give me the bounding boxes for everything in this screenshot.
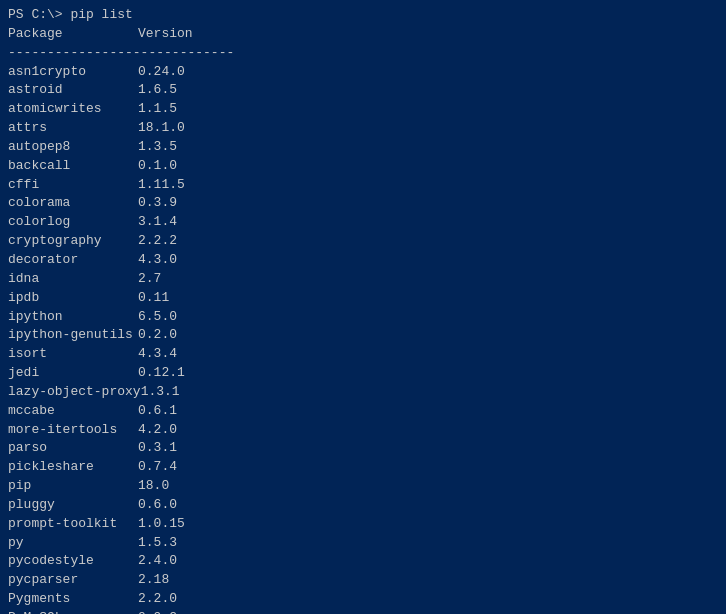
package-version: 4.2.0: [138, 421, 177, 440]
package-version: 0.9.2: [138, 609, 177, 614]
prompt-text: PS C:\> pip list: [8, 6, 133, 25]
package-name: ipython-genutils: [8, 326, 138, 345]
package-name: cffi: [8, 176, 138, 195]
package-name: pycodestyle: [8, 552, 138, 571]
package-version: 18.1.0: [138, 119, 185, 138]
package-version: 2.18: [138, 571, 169, 590]
package-row: lazy-object-proxy1.3.1: [8, 383, 718, 402]
package-version: 6.5.0: [138, 308, 177, 327]
package-row: ipython6.5.0: [8, 308, 718, 327]
package-row: pip18.0: [8, 477, 718, 496]
package-version: 2.7: [138, 270, 161, 289]
package-version: 4.3.4: [138, 345, 177, 364]
package-row: atomicwrites1.1.5: [8, 100, 718, 119]
package-row: pluggy0.6.0: [8, 496, 718, 515]
package-name: ipython: [8, 308, 138, 327]
package-name: pip: [8, 477, 138, 496]
package-version: 1.0.15: [138, 515, 185, 534]
package-row: cryptography2.2.2: [8, 232, 718, 251]
terminal: PS C:\> pip list Package Version -------…: [8, 6, 718, 614]
package-version: 3.1.4: [138, 213, 177, 232]
package-name: pycparser: [8, 571, 138, 590]
prompt-line: PS C:\> pip list: [8, 6, 718, 25]
separator-row: -----------------------------: [8, 44, 718, 63]
package-row: mccabe0.6.1: [8, 402, 718, 421]
package-row: more-itertools4.2.0: [8, 421, 718, 440]
package-name: jedi: [8, 364, 138, 383]
package-row: astroid1.6.5: [8, 81, 718, 100]
package-row: py1.5.3: [8, 534, 718, 553]
package-name: Pygments: [8, 590, 138, 609]
package-name: ipdb: [8, 289, 138, 308]
package-version: 0.7.4: [138, 458, 177, 477]
package-row: prompt-toolkit1.0.15: [8, 515, 718, 534]
package-name: lazy-object-proxy: [8, 383, 141, 402]
package-row: asn1crypto0.24.0: [8, 63, 718, 82]
package-version: 1.5.3: [138, 534, 177, 553]
package-name: pickleshare: [8, 458, 138, 477]
package-name: cryptography: [8, 232, 138, 251]
package-name: isort: [8, 345, 138, 364]
package-version: 2.4.0: [138, 552, 177, 571]
package-name: asn1crypto: [8, 63, 138, 82]
package-version: 0.12.1: [138, 364, 185, 383]
package-version: 1.11.5: [138, 176, 185, 195]
package-row: ipython-genutils0.2.0: [8, 326, 718, 345]
package-version: 0.3.9: [138, 194, 177, 213]
package-name: atomicwrites: [8, 100, 138, 119]
package-version: 2.2.0: [138, 590, 177, 609]
package-row: parso0.3.1: [8, 439, 718, 458]
package-row: autopep81.3.5: [8, 138, 718, 157]
package-name: PyMySQL: [8, 609, 138, 614]
separator-text: -----------------------------: [8, 44, 234, 63]
package-row: cffi1.11.5: [8, 176, 718, 195]
package-version: 18.0: [138, 477, 169, 496]
package-version: 2.2.2: [138, 232, 177, 251]
package-version: 0.6.0: [138, 496, 177, 515]
package-name: colorlog: [8, 213, 138, 232]
package-version: 1.3.5: [138, 138, 177, 157]
package-row: colorlog3.1.4: [8, 213, 718, 232]
package-row: Pygments2.2.0: [8, 590, 718, 609]
package-version: 4.3.0: [138, 251, 177, 270]
package-name: idna: [8, 270, 138, 289]
package-name: pluggy: [8, 496, 138, 515]
package-version: 1.6.5: [138, 81, 177, 100]
package-version: 0.3.1: [138, 439, 177, 458]
package-name: autopep8: [8, 138, 138, 157]
package-list: asn1crypto0.24.0astroid1.6.5atomicwrites…: [8, 63, 718, 614]
package-version: 1.3.1: [141, 383, 180, 402]
package-version: 0.11: [138, 289, 169, 308]
package-row: decorator4.3.0: [8, 251, 718, 270]
package-row: ipdb0.11: [8, 289, 718, 308]
package-row: attrs18.1.0: [8, 119, 718, 138]
package-name: mccabe: [8, 402, 138, 421]
package-name: attrs: [8, 119, 138, 138]
package-row: isort4.3.4: [8, 345, 718, 364]
package-name: more-itertools: [8, 421, 138, 440]
package-row: pycparser2.18: [8, 571, 718, 590]
package-name: backcall: [8, 157, 138, 176]
package-version: 0.1.0: [138, 157, 177, 176]
package-row: idna2.7: [8, 270, 718, 289]
package-name: parso: [8, 439, 138, 458]
package-version: 1.1.5: [138, 100, 177, 119]
package-version: 0.6.1: [138, 402, 177, 421]
package-row: backcall0.1.0: [8, 157, 718, 176]
package-header: Package: [8, 25, 138, 44]
package-name: prompt-toolkit: [8, 515, 138, 534]
package-row: PyMySQL0.9.2: [8, 609, 718, 614]
package-name: py: [8, 534, 138, 553]
version-header: Version: [138, 25, 193, 44]
package-row: jedi0.12.1: [8, 364, 718, 383]
header-row: Package Version: [8, 25, 718, 44]
package-row: pickleshare0.7.4: [8, 458, 718, 477]
package-row: pycodestyle2.4.0: [8, 552, 718, 571]
package-version: 0.24.0: [138, 63, 185, 82]
package-name: colorama: [8, 194, 138, 213]
package-version: 0.2.0: [138, 326, 177, 345]
package-name: astroid: [8, 81, 138, 100]
package-row: colorama0.3.9: [8, 194, 718, 213]
package-name: decorator: [8, 251, 138, 270]
